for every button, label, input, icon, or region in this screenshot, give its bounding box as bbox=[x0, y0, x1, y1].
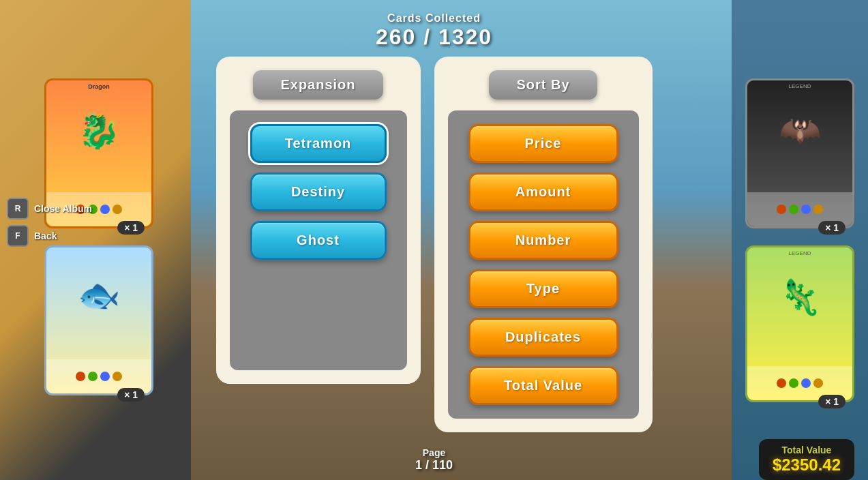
close-album-key: R bbox=[7, 198, 29, 220]
left-sidebar: R Close Album F Back bbox=[7, 198, 92, 247]
page-value: 1 / 110 bbox=[415, 458, 453, 472]
expansion-header-button[interactable]: Expansion bbox=[253, 70, 383, 100]
expansion-tetramon-button[interactable]: Tetramon bbox=[250, 124, 387, 163]
expansion-destiny-button[interactable]: Destiny bbox=[250, 172, 387, 211]
close-album-label: Close Album bbox=[34, 203, 92, 214]
total-value-amount: $2350.42 bbox=[773, 455, 841, 475]
main-overlay: Cards Collected 260 / 1320 Expansion Tet… bbox=[0, 0, 868, 480]
back-button[interactable]: F Back bbox=[7, 225, 92, 247]
sort-header-button[interactable]: Sort By bbox=[489, 70, 597, 100]
expansion-panel-inner: Tetramon Destiny Ghost bbox=[230, 110, 407, 370]
total-value-label: Total Value bbox=[773, 445, 841, 455]
sort-price-button[interactable]: Price bbox=[468, 124, 618, 163]
sort-duplicates-button[interactable]: Duplicates bbox=[468, 318, 618, 357]
page-label: Page bbox=[415, 447, 453, 458]
back-key: F bbox=[7, 225, 29, 247]
cards-collected-header: Cards Collected 260 / 1320 bbox=[376, 12, 492, 50]
sort-type-button[interactable]: Type bbox=[468, 269, 618, 308]
panels-row: Expansion Tetramon Destiny Ghost Sort By… bbox=[216, 57, 653, 432]
cards-collected-label: Cards Collected bbox=[376, 12, 492, 25]
back-label: Back bbox=[34, 230, 57, 241]
expansion-ghost-button[interactable]: Ghost bbox=[250, 221, 387, 260]
sort-total-value-button[interactable]: Total Value bbox=[468, 366, 618, 405]
sort-panel-inner: Price Amount Number Type Duplicates Tota… bbox=[448, 110, 639, 419]
total-value-box: Total Value $2350.42 bbox=[759, 439, 854, 480]
sort-panel: Sort By Price Amount Number Type Duplica… bbox=[434, 57, 653, 432]
cards-collected-value: 260 / 1320 bbox=[376, 25, 492, 50]
sort-number-button[interactable]: Number bbox=[468, 221, 618, 260]
page-info: Page 1 / 110 bbox=[415, 447, 453, 472]
footer: Page 1 / 110 Total Value $2350.42 bbox=[0, 439, 868, 480]
close-album-button[interactable]: R Close Album bbox=[7, 198, 92, 220]
expansion-panel: Expansion Tetramon Destiny Ghost bbox=[216, 57, 421, 384]
sort-amount-button[interactable]: Amount bbox=[468, 172, 618, 211]
